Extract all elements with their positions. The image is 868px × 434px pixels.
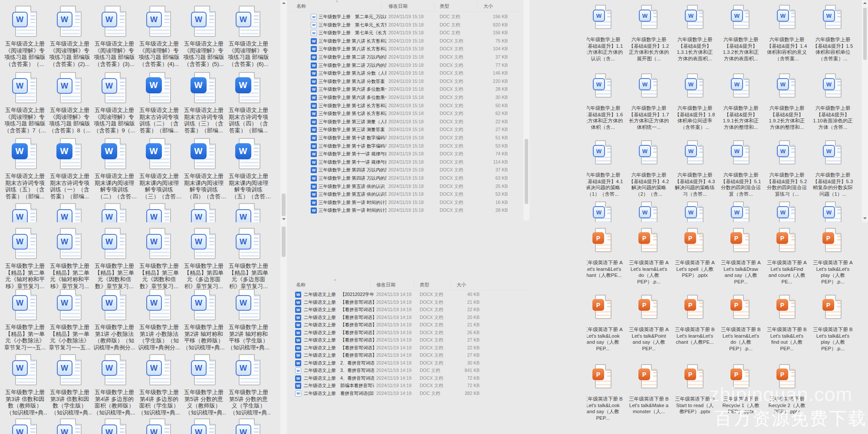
- scrollbar-thumb[interactable]: [282, 194, 286, 216]
- file-item[interactable]: W五年级语文上册《阅读理解》专项练习题 部编版（含答案）(5)...: [181, 5, 226, 67]
- file-item[interactable]: W: [137, 418, 181, 434]
- file-item[interactable]: W五年级数学上册 第4讲 多边形的面积（教师版）（知识梳理+典...: [92, 354, 137, 416]
- scroll-down-icon[interactable]: [863, 217, 867, 219]
- file-item[interactable]: W: [626, 201, 672, 222]
- file-item[interactable]: W五年级数学上册【精品】第二单元《轴对称和平移》章节复习...: [47, 227, 92, 289]
- file-row[interactable]: W三年级数学上册 第八讲 长方形和正方形...2024/11/19 15:18D…: [291, 45, 530, 53]
- file-item[interactable]: P三年级英语下册 B Let's talk&Make a monster（人..…: [626, 364, 672, 415]
- file-item[interactable]: W五年级语文上册《阅读理解》专项练习题 部编版（含答案）(2)...: [47, 5, 92, 67]
- file-item[interactable]: P三年级英语下册 A Let's spell（人教PEP）.pptx: [672, 227, 718, 279]
- scrollbar-list-top[interactable]: [523, 0, 529, 220]
- file-row[interactable]: W三年级数学上册 第七讲 长方形和正方形...2024/11/19 15:18D…: [291, 109, 530, 118]
- file-row[interactable]: W三年级数学上册 第九讲 分数（人教版）...2024/11/19 15:18D…: [291, 69, 530, 77]
- file-item[interactable]: W五年级语文上册《阅读理解》专项练习题 部编版（含答案）8（...: [47, 72, 92, 134]
- file-row[interactable]: W二年级语文上册 4、看拼音写词语（14...2024/11/19 14:19D…: [291, 374, 530, 382]
- file-item[interactable]: P三年级英语下册 A Let's talk&Draw and say（人教PEP…: [718, 227, 764, 285]
- file-item[interactable]: P三年级英语下册 A Let's learn&Let's do（人教PEP）.p…: [626, 227, 672, 285]
- column-header-size[interactable]: 大小: [483, 3, 493, 10]
- file-item[interactable]: W五年级语文上册期末课内阅读理解专项训练（四）（含答案...: [181, 138, 226, 200]
- file-item[interactable]: P三年级英语下册 A Let's talk&Look and say（人教PEP…: [587, 294, 626, 352]
- file-row[interactable]: W二年级语文上册 看拼音写词语(田字格A...2024/11/19 14:19D…: [291, 389, 530, 398]
- file-row[interactable]: W三年级数学上册 第九讲 分数答案（人教...2024/11/19 15:18D…: [291, 77, 530, 85]
- file-row[interactable]: W二年级语文上册 【看拼音写词语】看拼...2024/11/19 14:19DO…: [291, 351, 530, 359]
- scroll-down-icon[interactable]: [282, 218, 286, 220]
- scrollbar-thumb[interactable]: [525, 139, 528, 204]
- column-header-name[interactable]: 名称: [296, 3, 306, 10]
- file-row[interactable]: W三年级数学上册 第八讲 长方形和正方形...2024/11/19 15:18D…: [291, 37, 530, 45]
- column-header-type[interactable]: 类型: [440, 3, 449, 10]
- file-row[interactable]: W三年级数学上册 第五讲 倍的认识（人教...2024/11/19 15:18D…: [291, 182, 530, 191]
- file-item[interactable]: W六年级数学上册【基础&提升】4.1解决问题的策略（1）（含答...: [587, 140, 626, 197]
- file-item[interactable]: W五年级数学上册 第1讲 小数除法（学生版）（知识梳理+典例分...: [137, 289, 181, 351]
- file-row[interactable]: W三年级数学上册 第六讲 多位数乘一位数...2024/11/19 15:18D…: [291, 85, 530, 93]
- file-row[interactable]: W三年级数学上册 第四讲 万以内的加法（...2024/11/19 15:18D…: [291, 166, 530, 174]
- file-item[interactable]: W: [181, 418, 226, 434]
- file-item[interactable]: W五年级语文上册《阅读理解》专项练习题 部编版（含答案）（...: [3, 5, 47, 67]
- file-row[interactable]: W三年级数学上册 第七单元《长方形、...2024/11/19 15:18DOC…: [291, 29, 530, 37]
- file-row[interactable]: W三年级数学上册 第四讲 万以内的加法（...2024/11/19 15:18D…: [291, 174, 530, 182]
- file-item[interactable]: P三年级英语下册 B Let's learn&Let's do（人教PEP）.p…: [718, 294, 764, 352]
- file-item[interactable]: W五年级数学上册【精品】第四单元《多边形面积》章节复习...: [181, 227, 226, 289]
- file-item[interactable]: W五年级语文上册期末古诗词专项训练（四）（含答案）（部编...: [226, 72, 271, 134]
- file-row[interactable]: W二年级语文上册 【看拼音写词语】看拼...2024/11/19 14:19DO…: [291, 336, 530, 344]
- column-header-name[interactable]: 名称: [296, 282, 306, 288]
- file-item[interactable]: P三年级英语下册 A Let's talk&Find and count（人教P…: [764, 227, 810, 285]
- file-item[interactable]: W五年级数学上册 第3讲 倍数和因数（学生版）（知识梳理+典例...: [47, 354, 92, 416]
- file-item[interactable]: W: [764, 201, 810, 222]
- file-item[interactable]: W五年级数学上册 第5讲 分数的意义（学生版）（知识梳理+典例...: [226, 354, 271, 416]
- file-item[interactable]: W六年级数学上册【基础&提升】1.9.1长方体和正方体的整理和...: [718, 73, 764, 130]
- scrollbar-right[interactable]: [862, 0, 868, 222]
- file-item[interactable]: W六年级数学上册【基础&提升】1.8体积单位间进率（含答案）...: [672, 73, 718, 130]
- file-item[interactable]: P三年级英语下册 B Let's talk&Let's play（人教PEP）.…: [810, 294, 856, 352]
- file-item[interactable]: W五年级语文上册《阅读理解》专项练习题 部编版（含答案）(4)...: [137, 5, 181, 67]
- file-item[interactable]: W五年级语文上册期末课内阅读理解专项训练（三）（含答案...: [137, 138, 181, 200]
- file-item[interactable]: W六年级数学上册【基础&提升】1.4体积和容积的意义（含答案...: [764, 4, 810, 62]
- file-item[interactable]: P三年级英语下册 Recycle 1（人教PEP）.pptx: [718, 364, 764, 415]
- file-row[interactable]: W三年级数学上册 第二讲 万以内的加法和...2024/11/19 15:18D…: [291, 61, 530, 69]
- file-item[interactable]: W六年级数学上册【基础&提升】1.9.2长方体和正方体的整理和...: [764, 73, 810, 130]
- file-item[interactable]: W五年级数学上册 第3讲 倍数和因数（教师版）（知识梳理+典例...: [3, 354, 47, 416]
- file-row[interactable]: W三年级数学上册 第十讲 数字编码与集合...2024/11/19 15:18D…: [291, 142, 530, 150]
- file-item[interactable]: W六年级数学上册【基础&提升】5.1分数的四则混合运算（含答...: [718, 140, 764, 197]
- file-row[interactable]: W二年级语文上册 【看拼音写词语】看拼...2024/11/19 14:19DO…: [291, 321, 530, 329]
- file-item[interactable]: W五年级语文上册《阅读理解》专项练习题 部编版（含答案）(6)...: [226, 5, 271, 67]
- file-item[interactable]: W: [3, 203, 47, 222]
- file-item[interactable]: W六年级数学上册【基础&提升】4.3解决问题的策略练习（含答...: [672, 140, 718, 197]
- file-item[interactable]: W五年级语文上册期末古诗词专项训练（五）（含答案）（部编...: [3, 138, 47, 200]
- file-item[interactable]: P三年级英语下册 B Let's talk&Let's find out（人教P…: [764, 294, 810, 352]
- scrollbar-thumb[interactable]: [863, 8, 867, 60]
- file-item[interactable]: W六年级数学上册【基础&提升】1.10表面涂色的正方体（含答...: [810, 73, 856, 130]
- file-row[interactable]: W二年级语文上册 【看拼音写词语】看拼...2024/11/19 14:19DO…: [291, 298, 530, 306]
- file-item[interactable]: W五年级数学上册【精品】第三单元《因数和倍数》章节复习...: [137, 227, 181, 289]
- file-row[interactable]: W三年级数学上册 第二讲 万以内的加法和...2024/11/19 15:18D…: [291, 53, 530, 61]
- file-item[interactable]: P三年级英语下册 Recycle 2（人教PEP）.pptx: [764, 364, 810, 415]
- column-header-date[interactable]: 修改日期: [388, 3, 408, 10]
- file-item[interactable]: W六年级数学上册【基础&提升】1.3.1长方体和正方体的表面积...: [672, 4, 718, 62]
- file-item[interactable]: W五年级语文上册期末古诗词专项训练（二）（含答案）（部编...: [137, 72, 181, 134]
- file-item[interactable]: P三年级英语下册 A Let's learn&Let's chant（人教PE.…: [587, 227, 626, 279]
- file-row[interactable]: W三年级数学上册 第七单元_长方形和正...2024/11/19 15:18DO…: [291, 21, 530, 29]
- file-item[interactable]: W: [587, 201, 626, 222]
- file-item[interactable]: W五年级语文上册期末古诗词专项训练（三）（含答案）（部编...: [181, 72, 226, 134]
- file-item[interactable]: W五年级语文上册《阅读理解》专项练习题 部编版（含答案）9（...: [92, 72, 137, 134]
- column-header-type[interactable]: 类型: [420, 282, 429, 288]
- file-item[interactable]: W: [92, 418, 137, 434]
- file-item[interactable]: W六年级数学上册【基础&提升】4.2 解决问题的策略（2）（含...: [626, 140, 672, 197]
- scrollbar-left-top[interactable]: [280, 0, 287, 222]
- file-item[interactable]: P三年级英语下册 A Let's talk&Let's play（人教PEP）.…: [810, 227, 856, 285]
- file-item[interactable]: W: [226, 203, 271, 222]
- file-row[interactable]: W三年级数学上册 第十讲 数字编码与集合...2024/11/19 15:18D…: [291, 134, 530, 142]
- file-item[interactable]: W: [137, 203, 181, 222]
- file-item[interactable]: W: [181, 203, 226, 222]
- file-item[interactable]: W: [47, 418, 92, 434]
- file-row[interactable]: W二年级语文上册 部编本看拼音写词语一...2024/11/19 14:19DO…: [291, 381, 530, 390]
- file-row[interactable]: W三年级数学上册 第十一讲 规律与推理（...2024/11/19 15:18D…: [291, 150, 530, 158]
- file-row[interactable]: W三年级数学上册 第一讲 时间的计算答案...2024/11/19 15:18D…: [291, 206, 530, 214]
- file-row[interactable]: W二年级语文上册 【看拼音写词语】看拼...2024/11/19 14:19DO…: [291, 306, 530, 314]
- file-row[interactable]: W二年级语文上册 2、看拼音写词语（10...2024/11/19 14:19D…: [291, 359, 530, 367]
- file-item[interactable]: W: [92, 203, 137, 222]
- file-item[interactable]: W五年级数学上册 第4讲 多边形的面积（学生版）（知识梳理+典...: [137, 354, 181, 416]
- file-row[interactable]: W二年级语文上册 【看拼音写词语】看拼...2024/11/19 14:19DO…: [291, 329, 530, 337]
- file-row[interactable]: W三年级数学上册 第七讲 长方形和正方形...2024/11/19 15:18D…: [291, 102, 530, 110]
- file-item[interactable]: W: [226, 418, 271, 434]
